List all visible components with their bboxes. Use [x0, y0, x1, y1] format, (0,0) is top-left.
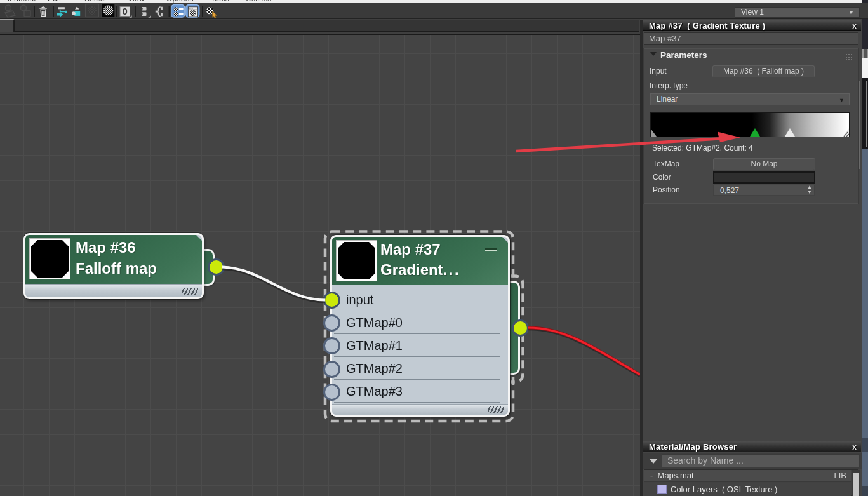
svg-text:0: 0 [123, 6, 128, 17]
